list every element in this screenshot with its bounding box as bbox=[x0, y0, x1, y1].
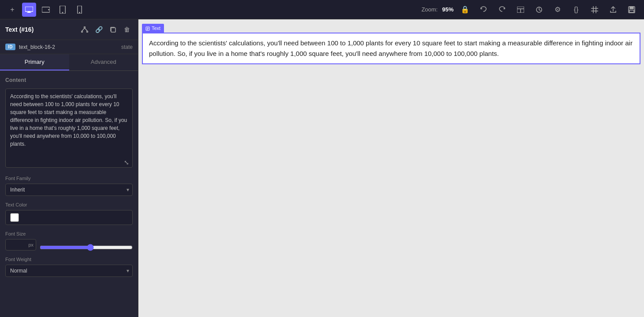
text-block-label: Text bbox=[142, 24, 164, 33]
redo-icon[interactable] bbox=[495, 3, 509, 17]
top-toolbar: + Zoom: 95% 🔒 ⚙ {} bbox=[0, 0, 644, 19]
zoom-label: Zoom: bbox=[421, 6, 438, 13]
tab-advanced[interactable]: Advanced bbox=[69, 54, 138, 70]
delete-icon[interactable]: 🗑 bbox=[121, 24, 133, 35]
color-swatch bbox=[10, 213, 19, 222]
canvas-area[interactable]: Text According to the scientists' calcul… bbox=[138, 19, 644, 317]
font-size-slider-wrapper bbox=[40, 244, 133, 246]
id-row: ID text_block-16-2 state bbox=[0, 40, 138, 54]
panel-title: Text (#16) bbox=[5, 26, 75, 33]
toolbar-left: + bbox=[5, 3, 86, 17]
svg-rect-1 bbox=[28, 11, 30, 12]
font-family-select[interactable]: Inherit Arial Georgia Verdana bbox=[5, 184, 133, 196]
content-textarea[interactable]: According to the scientists' calculation… bbox=[5, 88, 133, 168]
font-family-field: Font Family Inherit Arial Georgia Verdan… bbox=[5, 176, 133, 196]
svg-point-20 bbox=[84, 27, 86, 28]
svg-rect-2 bbox=[27, 12, 31, 13]
mobile-icon[interactable] bbox=[72, 3, 86, 17]
settings-icon[interactable]: ⚙ bbox=[551, 3, 565, 17]
svg-point-21 bbox=[82, 31, 83, 33]
left-panel: Text (#16) 🔗 🗑 ID text_block-16-2 state … bbox=[0, 19, 138, 317]
canvas-text-content: According to the scientists' calculation… bbox=[149, 39, 633, 57]
toolbar-right: Zoom: 95% 🔒 ⚙ {} bbox=[421, 3, 639, 17]
tab-primary[interactable]: Primary bbox=[0, 54, 69, 70]
svg-rect-0 bbox=[25, 7, 33, 11]
content-section: Content According to the scientists' cal… bbox=[5, 77, 133, 170]
panel-content: Content According to the scientists' cal… bbox=[0, 71, 138, 317]
svg-line-23 bbox=[82, 28, 85, 31]
link-icon[interactable]: 🔗 bbox=[93, 24, 104, 35]
panel-header: Text (#16) 🔗 🗑 bbox=[0, 19, 138, 40]
lock-icon[interactable]: 🔒 bbox=[458, 3, 472, 17]
text-block[interactable]: Text According to the scientists' calcul… bbox=[142, 33, 640, 64]
expand-icon[interactable]: ⤡ bbox=[124, 159, 129, 166]
font-size-field: Font Size px bbox=[5, 231, 133, 251]
desktop-icon[interactable] bbox=[22, 3, 36, 17]
undo-icon[interactable] bbox=[476, 3, 491, 17]
layout-icon[interactable] bbox=[514, 3, 528, 17]
font-size-unit: px bbox=[28, 242, 34, 247]
font-family-select-wrapper: Inherit Arial Georgia Verdana bbox=[5, 184, 133, 196]
panel-header-icons: 🔗 🗑 bbox=[79, 24, 133, 35]
text-block-tag: Text bbox=[152, 25, 160, 33]
grid-icon[interactable] bbox=[588, 3, 602, 17]
id-badge: ID bbox=[5, 44, 15, 50]
duplicate-icon[interactable] bbox=[107, 24, 119, 35]
font-weight-field: Font Weight Normal Bold 100 200 300 400 … bbox=[5, 257, 133, 277]
content-label: Content bbox=[5, 77, 133, 83]
svg-point-4 bbox=[48, 9, 49, 10]
history-icon[interactable] bbox=[532, 3, 546, 17]
save-icon[interactable] bbox=[625, 3, 639, 17]
font-weight-select-wrapper: Normal Bold 100 200 300 400 500 600 700 … bbox=[5, 265, 133, 277]
svg-point-22 bbox=[87, 31, 88, 33]
svg-point-8 bbox=[79, 12, 80, 13]
tabs-row: Primary Advanced bbox=[0, 54, 138, 71]
svg-rect-18 bbox=[630, 7, 633, 9]
main-layout: Text (#16) 🔗 🗑 ID text_block-16-2 state … bbox=[0, 19, 644, 317]
font-size-input-wrapper: px bbox=[5, 239, 36, 251]
text-color-picker[interactable] bbox=[5, 210, 133, 225]
text-color-field: Text Color bbox=[5, 202, 133, 225]
id-value: text_block-16-2 bbox=[19, 44, 118, 50]
textarea-wrapper: According to the scientists' calculation… bbox=[5, 88, 133, 170]
tablet-portrait-icon[interactable] bbox=[56, 3, 70, 17]
text-color-label: Text Color bbox=[5, 202, 133, 207]
tablet-landscape-icon[interactable] bbox=[39, 3, 53, 17]
export-icon[interactable] bbox=[606, 3, 620, 17]
zoom-value: 95% bbox=[442, 6, 454, 13]
font-family-label: Font Family bbox=[5, 176, 133, 181]
state-label: state bbox=[121, 44, 133, 50]
font-weight-label: Font Weight bbox=[5, 257, 133, 262]
svg-rect-25 bbox=[111, 28, 115, 32]
svg-point-6 bbox=[62, 12, 63, 13]
svg-rect-19 bbox=[629, 10, 634, 12]
font-weight-select[interactable]: Normal Bold 100 200 300 400 500 600 700 … bbox=[5, 265, 133, 277]
font-size-slider[interactable] bbox=[40, 244, 133, 251]
code-icon[interactable]: {} bbox=[569, 3, 583, 17]
add-icon[interactable]: + bbox=[5, 3, 19, 17]
group-icon[interactable] bbox=[79, 24, 90, 35]
svg-line-24 bbox=[85, 28, 87, 31]
font-size-label: Font Size bbox=[5, 231, 133, 236]
font-size-row: px bbox=[5, 239, 133, 251]
